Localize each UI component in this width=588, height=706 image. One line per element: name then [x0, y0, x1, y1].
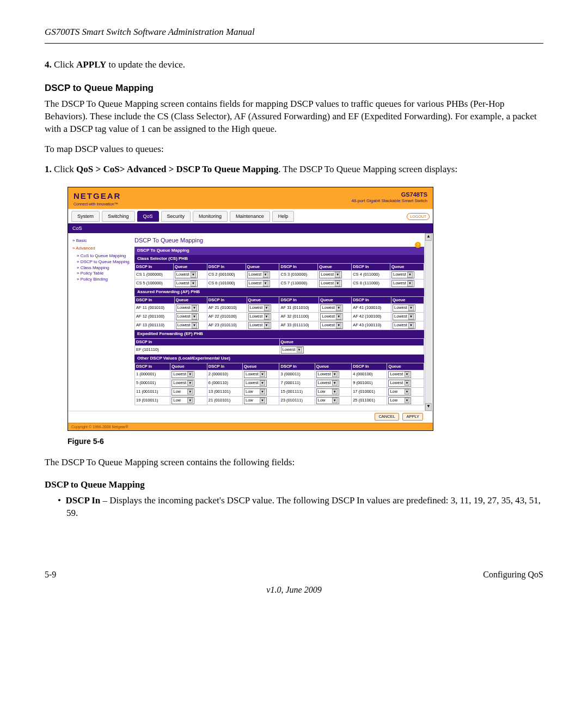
tab-system[interactable]: System — [71, 211, 100, 222]
nav-cos-queue[interactable]: » CoS to Queue Mapping — [77, 253, 130, 259]
queue-select[interactable]: Lowest▼ — [281, 346, 304, 354]
figure-caption: Figure 5-6 — [68, 436, 543, 447]
step-1-bold: QoS > CoS> Advanced > DSCP To Queue Mapp… — [76, 164, 278, 174]
step-1-post: . The DSCP To Queue Mapping screen displ… — [278, 164, 457, 174]
tab-monitoring[interactable]: Monitoring — [193, 211, 228, 222]
queue-select[interactable]: Lowest▼ — [176, 313, 199, 320]
queue-select[interactable]: Lowest▼ — [320, 322, 343, 329]
queue-select[interactable]: Low▼ — [244, 388, 267, 395]
step-1-number: 1. — [45, 164, 52, 174]
queue-select[interactable]: Lowest▼ — [244, 371, 267, 378]
bullet-dscp-in: • DSCP In – Displays the incoming packet… — [66, 495, 543, 520]
queue-select[interactable]: Lowest▼ — [248, 322, 271, 329]
queue-select[interactable]: Lowest▼ — [171, 380, 194, 387]
apply-button[interactable]: APPLY — [402, 413, 423, 421]
queue-select[interactable]: Low▼ — [388, 388, 411, 395]
paragraph-fields-intro: The DSCP To Queue Mapping screen contain… — [45, 457, 543, 469]
table-row: CS 1 (000000)Lowest▼ CS 2 (001000)Lowest… — [135, 271, 424, 279]
tab-qos[interactable]: QoS — [137, 211, 159, 222]
step-4-post: to update the device. — [106, 59, 185, 70]
queue-select[interactable]: Low▼ — [171, 388, 194, 395]
bullet-rest: – Displays the incoming packet's DSCP va… — [66, 495, 541, 518]
nav-dscp-queue[interactable]: » DSCP to Queue Mapping — [77, 259, 130, 265]
queue-select[interactable]: Lowest▼ — [247, 280, 270, 287]
queue-select[interactable]: Lowest▼ — [320, 313, 343, 320]
tab-switching[interactable]: Switching — [102, 211, 135, 222]
queue-select[interactable]: Lowest▼ — [175, 271, 198, 278]
queue-select[interactable]: Lowest▼ — [176, 322, 199, 329]
subtab-cos[interactable]: CoS — [68, 223, 433, 233]
logout-button[interactable]: LOGOUT — [407, 213, 430, 220]
nav-class-mapping[interactable]: » Class Mapping — [77, 265, 130, 271]
queue-select[interactable]: Low▼ — [388, 397, 411, 404]
table-row: EF (101110)Lowest▼ — [135, 345, 424, 354]
cs-section-bar: Class Selector (CS) PHB — [134, 255, 424, 263]
queue-select[interactable]: Lowest▼ — [391, 271, 414, 278]
queue-select[interactable]: Lowest▼ — [388, 371, 411, 378]
step-4-number: 4. — [45, 59, 52, 70]
ef-table: DSCP InQueue EF (101110)Lowest▼ — [134, 338, 424, 355]
nav-advanced[interactable]: » Advanced — [72, 246, 130, 252]
queue-select[interactable]: Lowest▼ — [388, 380, 411, 387]
queue-select[interactable]: Lowest▼ — [319, 280, 342, 287]
queue-select[interactable]: Lowest▼ — [393, 322, 415, 329]
queue-select[interactable]: Lowest▼ — [175, 280, 198, 287]
th-dscp: DSCP In — [135, 263, 174, 270]
af-table: DSCP InQueue DSCP InQueue DSCP InQueue D… — [134, 296, 424, 330]
paragraph-intro: The DSCP To Queue Mapping screen contain… — [45, 98, 543, 136]
section-heading-dscp: DSCP to Queue Mapping — [45, 82, 543, 95]
nav-policy-table[interactable]: » Policy Table — [77, 271, 130, 277]
queue-select[interactable]: Low▼ — [244, 397, 267, 404]
copyright-text: Copyright © 1996-2008 Netgear® — [68, 423, 433, 430]
product-desc: 48-port Gigabit Stackable Smart Switch — [351, 198, 427, 204]
left-nav: » Basic » Advanced » CoS to Queue Mappin… — [68, 233, 132, 410]
queue-select[interactable]: Lowest▼ — [393, 313, 415, 320]
queue-select[interactable]: Lowest▼ — [248, 313, 271, 320]
queue-select[interactable]: Lowest▼ — [393, 305, 415, 312]
scroll-up-icon[interactable]: ▲ — [425, 233, 432, 241]
table-row: CS 5 (100000)Lowest▼ CS 6 (101000)Lowest… — [135, 279, 424, 288]
queue-select[interactable]: Low▼ — [316, 388, 339, 395]
box-title-bar: DSCP To Queue Mapping — [134, 247, 424, 255]
netgear-logo: NETGEAR — [74, 191, 121, 202]
queue-select[interactable]: Lowest▼ — [320, 305, 343, 312]
table-row: AF 13 (001110)Lowest▼ AF 23 (010110)Lowe… — [135, 321, 424, 330]
header-rule — [45, 43, 543, 44]
queue-select[interactable]: Lowest▼ — [247, 271, 270, 278]
queue-select[interactable]: Lowest▼ — [316, 380, 339, 387]
nav-basic[interactable]: » Basic — [72, 238, 130, 244]
tab-maintenance[interactable]: Maintenance — [230, 211, 270, 222]
chapter-name: Configuring QoS — [483, 569, 543, 581]
table-row: 5 (000101)Lowest▼ 6 (000110)Lowest▼ 7 (0… — [135, 379, 424, 387]
table-row: AF 12 (001100)Lowest▼ AF 22 (010100)Lowe… — [135, 312, 424, 321]
queue-select[interactable]: Lowest▼ — [244, 380, 267, 387]
tab-security[interactable]: Security — [161, 211, 191, 222]
footer-version: v1.0, June 2009 — [45, 584, 543, 596]
other-section-bar: Other DSCP Values (Local/Experimental Us… — [134, 355, 424, 363]
netgear-tagline: Connect with Innovation™ — [74, 202, 121, 206]
nav-policy-binding[interactable]: » Policy Binding — [77, 277, 130, 283]
queue-select[interactable]: Low▼ — [316, 397, 339, 404]
step-1: 1. Click QoS > CoS> Advanced > DSCP To Q… — [57, 163, 543, 176]
queue-select[interactable]: Low▼ — [171, 397, 194, 404]
queue-select[interactable]: Lowest▼ — [171, 371, 194, 378]
table-row: 19 (010011)Low▼ 21 (010101)Low▼ 23 (0101… — [135, 396, 424, 405]
queue-select[interactable]: Lowest▼ — [391, 280, 414, 287]
cancel-button[interactable]: CANCEL — [375, 413, 399, 421]
paragraph-tomap: To map DSCP values to queues: — [45, 143, 543, 156]
queue-select[interactable]: Lowest▼ — [319, 271, 342, 278]
table-row: 11 (001011)Low▼ 13 (001101)Low▼ 15 (0011… — [135, 387, 424, 396]
scroll-down-icon[interactable]: ▼ — [425, 403, 432, 411]
step-4-bold: APPLY — [76, 59, 106, 70]
step-4: 4. Click APPLY to update the device. — [57, 59, 543, 71]
page-number: 5-9 — [45, 569, 56, 581]
cs-table: DSCP InQueue DSCP InQueue DSCP InQueue D… — [134, 263, 424, 288]
queue-select[interactable]: Lowest▼ — [176, 305, 199, 312]
bullet-label: DSCP In — [65, 495, 100, 506]
scrollbar[interactable]: ▲ ▼ — [425, 233, 432, 410]
product-model: GS748TS — [351, 191, 427, 199]
queue-select[interactable]: Lowest▼ — [248, 305, 271, 312]
tab-help[interactable]: Help — [272, 211, 295, 222]
ef-section-bar: Expedited Forwarding (EF) PHB — [134, 330, 424, 338]
queue-select[interactable]: Lowest▼ — [316, 371, 339, 378]
